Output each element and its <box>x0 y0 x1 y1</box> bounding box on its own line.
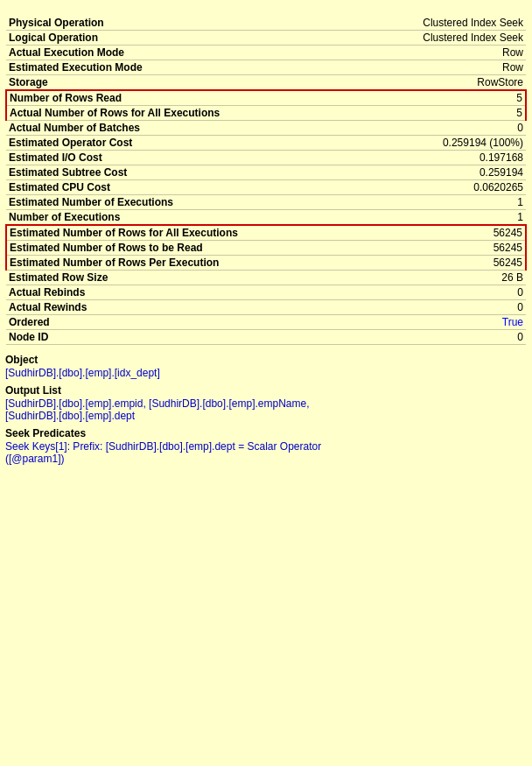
prop-value: 26 B <box>328 271 526 285</box>
table-row: Estimated Number of Rows for All Executi… <box>6 225 526 241</box>
prop-label: Estimated Number of Executions <box>6 195 328 210</box>
prop-label: Storage <box>6 75 328 91</box>
prop-label: Actual Number of Rows for All Executions <box>6 106 328 121</box>
prop-value: Clustered Index Seek <box>328 31 526 46</box>
section-label: Output List <box>5 384 527 397</box>
prop-value: Row <box>328 46 526 60</box>
prop-label: Actual Rebinds <box>6 285 328 300</box>
table-row: Estimated Number of Rows to be Read56245 <box>6 241 526 256</box>
prop-label: Ordered <box>6 315 328 330</box>
table-row: Physical OperationClustered Index Seek <box>6 16 526 31</box>
prop-value: 56245 <box>328 225 526 241</box>
prop-value: 0 <box>328 330 526 345</box>
prop-value: 0.197168 <box>328 151 526 165</box>
prop-label: Actual Rewinds <box>6 300 328 315</box>
prop-label: Physical Operation <box>6 16 328 31</box>
prop-label: Estimated I/O Cost <box>6 151 328 165</box>
section-value[interactable]: [SudhirDB].[dbo].[emp].empid, [SudhirDB]… <box>5 397 527 422</box>
prop-value: Row <box>328 60 526 75</box>
prop-label: Estimated Subtree Cost <box>6 165 328 180</box>
prop-value: 0 <box>328 121 526 136</box>
table-row: Actual Execution ModeRow <box>6 46 526 60</box>
prop-value: 5 <box>328 106 526 121</box>
tooltip-container: Physical OperationClustered Index SeekLo… <box>0 0 532 477</box>
table-row: Actual Rewinds0 <box>6 300 526 315</box>
table-row: Number of Rows Read5 <box>6 90 526 106</box>
table-row: Actual Number of Rows for All Executions… <box>6 106 526 121</box>
table-row: OrderedTrue <box>6 315 526 330</box>
table-row: Node ID0 <box>6 330 526 345</box>
prop-value: 0.0620265 <box>328 180 526 195</box>
table-row: Estimated Subtree Cost0.259194 <box>6 165 526 180</box>
section-value[interactable]: Seek Keys[1]: Prefix: [SudhirDB].[dbo].[… <box>5 440 527 465</box>
prop-label: Actual Execution Mode <box>6 46 328 60</box>
prop-value: RowStore <box>328 75 526 91</box>
table-row: Estimated I/O Cost0.197168 <box>6 151 526 165</box>
table-row: Estimated Execution ModeRow <box>6 60 526 75</box>
prop-value: 1 <box>328 210 526 226</box>
table-row: Estimated CPU Cost0.0620265 <box>6 180 526 195</box>
prop-value: 56245 <box>328 256 526 271</box>
table-row: Actual Number of Batches0 <box>6 121 526 136</box>
prop-value: 0.259194 <box>328 165 526 180</box>
table-row: StorageRowStore <box>6 75 526 91</box>
prop-label: Number of Executions <box>6 210 328 226</box>
properties-table: Physical OperationClustered Index SeekLo… <box>5 16 527 345</box>
table-row: Estimated Number of Rows Per Execution56… <box>6 256 526 271</box>
section-value[interactable]: [SudhirDB].[dbo].[emp].[idx_dept] <box>5 367 527 379</box>
table-row: Logical OperationClustered Index Seek <box>6 31 526 46</box>
prop-value: True <box>328 315 526 330</box>
prop-value: 56245 <box>328 241 526 256</box>
prop-value: Clustered Index Seek <box>328 16 526 31</box>
table-row: Number of Executions1 <box>6 210 526 226</box>
prop-label: Actual Number of Batches <box>6 121 328 136</box>
prop-label: Logical Operation <box>6 31 328 46</box>
prop-value: 0 <box>328 285 526 300</box>
table-row: Estimated Number of Executions1 <box>6 195 526 210</box>
section-label: Object <box>5 354 527 366</box>
prop-value: 0.259194 (100%) <box>328 136 526 151</box>
prop-label: Estimated Execution Mode <box>6 60 328 75</box>
prop-label: Estimated Number of Rows Per Execution <box>6 256 328 271</box>
prop-label: Estimated Number of Rows to be Read <box>6 241 328 256</box>
prop-label: Estimated CPU Cost <box>6 180 328 195</box>
table-row: Estimated Operator Cost0.259194 (100%) <box>6 136 526 151</box>
prop-label: Number of Rows Read <box>6 90 328 106</box>
prop-label: Estimated Row Size <box>6 271 328 285</box>
prop-value: 1 <box>328 195 526 210</box>
table-row: Actual Rebinds0 <box>6 285 526 300</box>
section-label: Seek Predicates <box>5 427 527 439</box>
table-row: Estimated Row Size26 B <box>6 271 526 285</box>
prop-value: 5 <box>328 90 526 106</box>
prop-label: Estimated Operator Cost <box>6 136 328 151</box>
prop-label: Node ID <box>6 330 328 345</box>
prop-value: 0 <box>328 300 526 315</box>
prop-label: Estimated Number of Rows for All Executi… <box>6 225 328 241</box>
